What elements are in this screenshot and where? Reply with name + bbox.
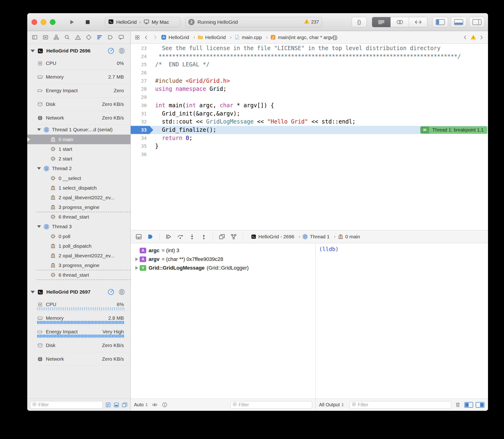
info-icon[interactable] (161, 401, 168, 408)
code-line[interactable]: 30int main(int argc, char * argv[]) { (131, 101, 488, 110)
console-output[interactable]: (lldb) (316, 243, 488, 399)
code-line[interactable]: 26 (131, 69, 488, 77)
stack-frame-row[interactable]: 6 thread_start (27, 212, 130, 222)
threads-view-icon[interactable] (113, 402, 119, 408)
code-line[interactable]: 34 return 0; (131, 134, 488, 142)
disclosure-triangle-icon[interactable] (37, 225, 41, 228)
forward-button[interactable] (152, 34, 158, 41)
activate-breakpoints-button[interactable] (146, 232, 155, 241)
breadcrumb-item[interactable]: HelloGrid (161, 34, 195, 40)
scheme-selector[interactable]: HelloGrid › My Mac (105, 17, 181, 27)
stack-frame-row[interactable]: 2 opal_libevent2022_ev... (27, 251, 130, 260)
process-row[interactable]: HelloGrid PID 2696 (27, 45, 130, 56)
code-line[interactable]: 27#include <Grid/Grid.h> (131, 77, 488, 85)
version-editor-button[interactable] (409, 17, 427, 27)
gauge-dial-icon[interactable] (107, 47, 115, 54)
gauge-bars-icon[interactable] (118, 47, 125, 54)
code-line[interactable]: 28using namespace Grid; (131, 85, 488, 93)
trash-icon[interactable] (454, 401, 461, 408)
related-items-icon[interactable] (134, 34, 141, 41)
show-variables-view-icon[interactable] (464, 401, 473, 408)
console-scope-selector[interactable]: All Output (319, 402, 344, 407)
breadcrumb-item[interactable]: fmain(int argc, char * argv[]) (270, 34, 339, 40)
stack-frame-row[interactable]: 0 __select (27, 173, 130, 183)
close-window-button[interactable] (32, 19, 37, 25)
issue-navigator-icon[interactable] (75, 34, 81, 40)
debug-gauge-row[interactable]: CPU6% (27, 298, 130, 311)
sidebar-filter-input[interactable] (38, 402, 101, 407)
console-filter-field[interactable] (350, 401, 451, 409)
stack-frame-row[interactable]: 2 opal_libevent2022_ev... (27, 193, 130, 202)
queues-view-icon[interactable] (122, 402, 128, 408)
code-line[interactable]: 24 *************************************… (131, 52, 488, 61)
sidebar-filter-field[interactable] (30, 401, 103, 409)
debug-gauge-row[interactable]: Energy ImpactZero (27, 84, 130, 98)
thread-row[interactable]: Thread 2 (27, 163, 130, 173)
disclosure-triangle-icon[interactable] (37, 128, 41, 131)
stack-frame-row[interactable]: 6 thread_start (27, 270, 130, 280)
stop-button[interactable] (84, 18, 92, 26)
variables-filter-input[interactable] (239, 402, 310, 407)
zoom-window-button[interactable] (50, 19, 56, 25)
thread-row[interactable]: Thread 1 Queue:...d (serial) (27, 125, 130, 134)
show-console-view-icon[interactable] (475, 401, 485, 408)
debug-gauge-row[interactable]: CPU0% (27, 56, 130, 70)
stack-frame-row[interactable]: 3 progress_engine (27, 260, 130, 270)
debug-view-hierarchy-button[interactable] (218, 232, 226, 241)
debug-navigator-icon[interactable] (96, 34, 103, 40)
code-line[interactable]: 25/* END LEGAL */ (131, 61, 488, 69)
activity-viewer[interactable]: 2 Running HelloGrid 237 (185, 17, 322, 27)
disclosure-triangle-icon[interactable] (133, 257, 140, 261)
console-filter-input[interactable] (358, 402, 449, 407)
debug-gauge-row[interactable]: Memory2.7 MB (27, 70, 130, 84)
variables-filter-field[interactable] (230, 401, 312, 409)
code-line[interactable]: 33 Grid_finalize();Thread 1: breakpoint … (131, 126, 488, 134)
debug-breadcrumb-item[interactable]: Thread 1 (302, 234, 335, 240)
symbol-navigator-icon[interactable] (53, 34, 59, 40)
breadcrumb-item[interactable]: HelloGrid (198, 34, 232, 40)
stack-frame-row[interactable]: 1 select_dispatch (27, 183, 130, 193)
continue-button[interactable] (164, 232, 173, 241)
toggle-debug-area-button[interactable] (451, 17, 466, 27)
disclosure-triangle-icon[interactable] (37, 167, 41, 170)
debug-gauge-row[interactable]: Energy ImpactVery High (27, 325, 130, 339)
debug-breadcrumb-item[interactable]: HelloGrid - 2696 (251, 234, 300, 240)
assistant-editor-button[interactable] (390, 17, 409, 27)
source-control-navigator-icon[interactable] (42, 34, 49, 40)
process-row[interactable]: HelloGrid PID 2697 (27, 286, 130, 298)
step-over-button[interactable] (176, 232, 185, 241)
code-line[interactable]: 36 (131, 150, 488, 159)
step-out-button[interactable] (199, 232, 208, 241)
debug-gauge-row[interactable]: Memory2.8 MB (27, 311, 130, 325)
breakpoint-annotation-badge[interactable]: Thread 1: breakpoint 1.1 (420, 126, 487, 134)
previous-issue-button[interactable] (462, 34, 469, 41)
step-into-button[interactable] (188, 232, 196, 241)
source-editor[interactable]: 23 See the full license in the file "LIC… (131, 44, 488, 230)
stack-frame-row[interactable]: 0 poll (27, 232, 130, 241)
minimize-window-button[interactable] (41, 19, 46, 25)
back-button[interactable] (143, 34, 150, 41)
toggle-navigator-panel-button[interactable] (433, 17, 448, 27)
hide-debug-area-button[interactable] (134, 232, 143, 241)
gauge-bars-icon[interactable] (118, 288, 125, 295)
variable-row[interactable]: Aargc= (int) 3 (131, 246, 316, 255)
show-only-eye-icon[interactable] (151, 401, 158, 408)
debug-gauge-row[interactable]: NetworkZero KB/s (27, 111, 130, 125)
test-navigator-icon[interactable] (86, 34, 92, 40)
stack-frame-row[interactable]: 3 progress_engine (27, 202, 130, 212)
variable-row[interactable]: VGrid::GridLogMessage(Grid::GridLogger) (131, 264, 316, 272)
disclosure-triangle-icon[interactable] (31, 291, 35, 293)
jumpbar-warning-icon[interactable] (470, 34, 476, 40)
breadcrumb-item[interactable]: c+main.cpp (234, 34, 268, 40)
code-snippet-button[interactable]: {} (352, 17, 367, 27)
stack-frame-row[interactable]: 1 start (27, 144, 130, 154)
debug-gauge-row[interactable]: DiskZero KB/s (27, 339, 130, 352)
thread-row[interactable]: Thread 3 (27, 222, 130, 232)
variables-scope-selector[interactable]: Auto (134, 402, 148, 407)
standard-editor-button[interactable] (372, 17, 390, 27)
next-issue-button[interactable] (478, 34, 485, 41)
debug-breadcrumb-item[interactable]: 0 main (338, 234, 362, 240)
toggle-inspector-panel-button[interactable] (469, 17, 485, 27)
code-line[interactable]: 32 std::cout << GridLogMessage << "Hello… (131, 118, 488, 126)
code-line[interactable]: 29 (131, 93, 488, 101)
